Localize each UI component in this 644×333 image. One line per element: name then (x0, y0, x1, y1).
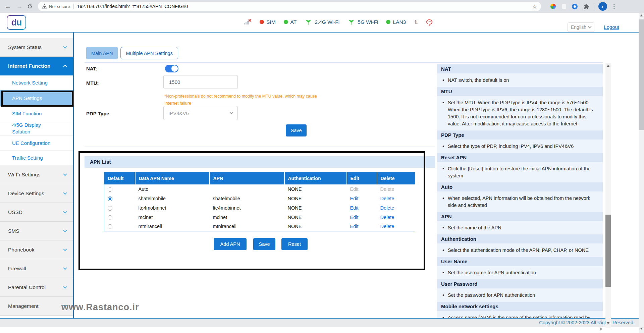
scroll-up-icon[interactable] (640, 14, 643, 16)
delete-link[interactable]: Delete (380, 215, 394, 220)
bullet-text: Set the password for APN authentication (448, 292, 535, 299)
apn-save-button[interactable]: Save (253, 238, 275, 250)
browser-reload-icon[interactable] (27, 4, 34, 9)
extensions-puzzle-icon[interactable] (584, 4, 589, 9)
sidebar-item-4-5g-display-solution[interactable]: 4/5G Display Solution (0, 121, 73, 136)
sidebar-item-device-settings[interactable]: Device Settings (0, 184, 73, 203)
sidebar-item-traffic-setting[interactable]: Traffic Setting (0, 151, 73, 165)
sidebar-item-sim-function[interactable]: SIM Function (0, 106, 73, 121)
bookmark-star-icon[interactable]: ☆ (532, 3, 537, 10)
sidebar-item-phonebook[interactable]: Phonebook (0, 240, 73, 259)
chevron-down-icon (63, 285, 67, 288)
status-sigx (244, 19, 252, 25)
help-bullets: •Set the name of the APN (437, 224, 603, 231)
url-text[interactable]: 192.168.70.1/index.html?_t=81755#APN_CON… (77, 4, 532, 9)
edit-cell: Edit (347, 194, 377, 203)
add-apn-button[interactable]: Add APN (214, 238, 247, 250)
default-radio[interactable] (108, 215, 112, 220)
content-scrollbar-thumb[interactable] (605, 215, 611, 287)
delete-cell: Delete (377, 222, 415, 231)
sidebar-item-network-setting[interactable]: Network Setting (0, 75, 73, 90)
bullet-dot: • (442, 314, 448, 318)
status-2-4g-wi-fi: 2.4G Wi-Fi (305, 19, 339, 25)
edit-link[interactable]: Edit (350, 205, 359, 211)
default-radio[interactable] (108, 224, 112, 229)
extension-placeholder-icon[interactable] (562, 4, 567, 9)
browser-scrollbar[interactable] (639, 13, 644, 333)
nat-toggle[interactable] (165, 65, 178, 72)
scroll-down-icon[interactable] (607, 322, 609, 324)
content-scrollbar[interactable] (605, 63, 611, 328)
sidebar-item-firewall[interactable]: Firewall (0, 259, 73, 278)
status-at: AT (284, 19, 297, 25)
default-radio[interactable] (108, 187, 112, 192)
authentication-cell: NONE (284, 184, 347, 194)
data-apn-name-cell: lte4mobinnet (135, 203, 210, 213)
delete-link[interactable]: Delete (380, 205, 394, 211)
browser-menu-icon[interactable]: ⋮ (611, 3, 617, 10)
default-radio[interactable] (108, 206, 112, 211)
edit-link[interactable]: Edit (350, 224, 359, 229)
status-label: AT (290, 19, 297, 25)
sidebar-item-system-status[interactable]: System Status (0, 38, 73, 57)
edit-link: Edit (350, 186, 359, 192)
pdp-type-value: IPV4&V6 (168, 110, 189, 116)
help-heading-mtu: MTU (437, 87, 603, 96)
help-bullet: •Click the [Reset] button to restore the… (442, 165, 597, 179)
sidebar-item-label: Internet Function (8, 63, 51, 69)
wifi-icon (347, 19, 355, 25)
help-heading-user-name: User Name (437, 257, 603, 266)
delete-link[interactable]: Delete (380, 224, 394, 229)
apn-tabs: Main APN Multiple APN Settings (86, 47, 178, 59)
colorwheel-extension-icon[interactable] (550, 4, 556, 9)
language-select[interactable]: English (568, 22, 594, 32)
status-chat (426, 19, 432, 24)
edit-link[interactable]: Edit (350, 196, 359, 201)
help-bullet: •Set the username for APN authentication (442, 269, 597, 276)
blue-circle-extension-icon[interactable] (572, 4, 578, 9)
browser-scrollbar-thumb[interactable] (639, 19, 644, 130)
edit-link[interactable]: Edit (350, 215, 359, 220)
sidebar-item-ussd[interactable]: USSD (0, 203, 73, 222)
scroll-up-icon[interactable] (607, 65, 609, 67)
tab-main-apn[interactable]: Main APN (86, 47, 118, 59)
sidebar-item-ue-configuration[interactable]: UE Configuration (0, 136, 73, 151)
scroll-down-icon[interactable] (640, 328, 643, 330)
tab-multiple-apn-settings[interactable]: Multiple APN Settings (120, 47, 178, 59)
pdp-type-select[interactable]: IPV4&V6 (163, 106, 238, 120)
help-bullet: •Select the type of PDP, including IPV4,… (442, 143, 597, 150)
apn-reset-button[interactable]: Reset (281, 238, 308, 250)
security-label[interactable]: Not secure (49, 4, 70, 9)
authentication-cell: NONE (284, 213, 347, 222)
table-row: mtnirancellmtnirancellNONEEditDelete (104, 222, 415, 231)
dot-red-icon (260, 20, 264, 24)
edit-cell: Edit (347, 222, 377, 231)
bullet-dot: • (442, 247, 448, 254)
help-heading-user-password: User Password (437, 279, 603, 288)
sidebar-item-internet-function[interactable]: Internet Function (0, 57, 73, 75)
delete-link: Delete (380, 186, 394, 192)
mtu-input[interactable] (163, 75, 238, 89)
edit-cell: Edit (347, 184, 377, 194)
help-heading-apn: APN (437, 212, 603, 221)
authentication-cell: NONE (284, 194, 347, 203)
horizontal-scroll-right-icon[interactable] (600, 328, 602, 330)
browser-back-icon[interactable]: ← (5, 3, 11, 10)
bullet-text: Set the username for APN authentication (448, 269, 536, 276)
chevron-down-icon (63, 228, 67, 232)
sidebar-item-sms[interactable]: SMS (0, 222, 73, 240)
logout-link[interactable]: Logout (604, 24, 619, 30)
save-button[interactable]: Save (286, 124, 307, 136)
default-radio[interactable] (108, 197, 112, 201)
dot-green-icon (386, 20, 390, 24)
sidebar-item-wi-fi-settings[interactable]: Wi-Fi Settings (0, 165, 73, 184)
screen: ← → Not secure 192.168.70.1/index.html?_… (0, 0, 644, 333)
profile-avatar[interactable]: r (598, 2, 607, 11)
sidebar-item-parental-control[interactable]: Parental Control (0, 278, 73, 297)
sidebar-item-apn-settings[interactable]: APN Settings (0, 90, 73, 106)
address-bar[interactable]: Not secure 192.168.70.1/index.html?_t=81… (38, 2, 541, 11)
chat-icon (426, 19, 432, 24)
delete-link[interactable]: Delete (380, 196, 394, 201)
status-sim: SIM (260, 19, 276, 25)
apn-list-title: APN List (85, 156, 435, 168)
